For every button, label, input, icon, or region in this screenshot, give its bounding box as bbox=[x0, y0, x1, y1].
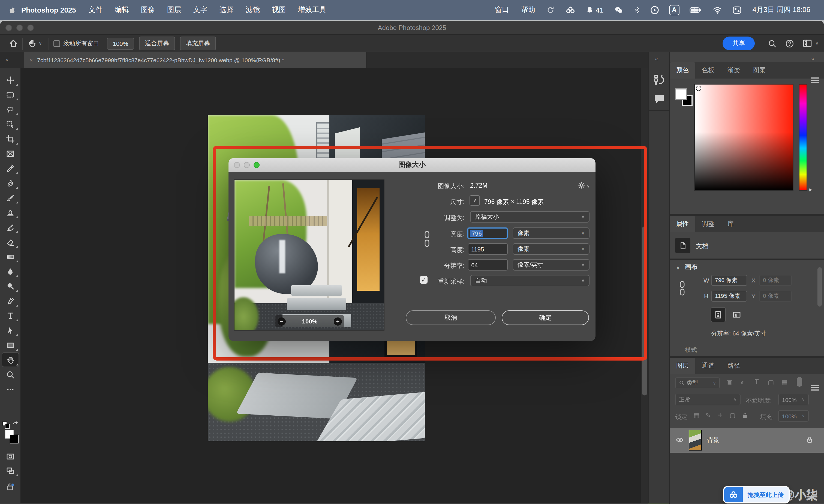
minimize-window-button[interactable] bbox=[16, 24, 23, 31]
zoom-100-button[interactable]: 100% bbox=[107, 37, 134, 49]
chevron-down-icon[interactable]: ∨ bbox=[815, 41, 819, 46]
lock-pixels-icon[interactable]: ✎ bbox=[706, 412, 711, 419]
clone-stamp-tool[interactable] bbox=[2, 206, 18, 219]
panel-menu-icon[interactable] bbox=[811, 78, 819, 83]
menu-image[interactable]: 图像 bbox=[135, 5, 161, 15]
canvas-section-chevron-icon[interactable]: ∨ bbox=[676, 265, 680, 271]
brush-tool[interactable] bbox=[2, 191, 18, 205]
netdisk-upload-badge[interactable]: 拖拽至此上传 bbox=[723, 486, 790, 503]
close-window-button[interactable] bbox=[5, 24, 12, 31]
window-title-bar[interactable]: Adobe Photoshop 2025 bbox=[0, 21, 824, 35]
dodge-tool[interactable] bbox=[2, 279, 18, 293]
type-tool[interactable] bbox=[2, 309, 18, 322]
scroll-all-windows-checkbox[interactable] bbox=[54, 40, 60, 46]
apple-logo-icon[interactable] bbox=[8, 5, 16, 14]
rectangular-marquee-tool[interactable] bbox=[2, 88, 18, 101]
swap-colors-icon[interactable] bbox=[12, 420, 19, 427]
canvas-x-field[interactable]: 0 像素 bbox=[759, 275, 792, 286]
tab-swatches[interactable]: 色板 bbox=[695, 62, 721, 79]
filter-adjustment-layer-icon[interactable]: ◐ bbox=[741, 379, 745, 386]
sync-icon[interactable] bbox=[546, 5, 555, 14]
collapse-panels-icon[interactable]: « bbox=[655, 56, 658, 62]
tab-adjustments[interactable]: 调整 bbox=[695, 216, 721, 232]
close-tab-icon[interactable]: × bbox=[29, 57, 33, 63]
share-image-icon[interactable] bbox=[2, 480, 18, 494]
input-source-icon[interactable]: A bbox=[669, 5, 680, 15]
menu-layer[interactable]: 图层 bbox=[161, 5, 187, 15]
tab-layers[interactable]: 图层 bbox=[670, 358, 695, 374]
hand-tool-options-icon[interactable] bbox=[27, 39, 36, 48]
qq-icon[interactable]: 41 bbox=[586, 5, 604, 14]
eraser-tool[interactable] bbox=[2, 235, 18, 249]
cancel-button[interactable]: 取消 bbox=[406, 310, 496, 325]
color-picker-cursor[interactable] bbox=[696, 86, 701, 91]
menu-plugins[interactable]: 增效工具 bbox=[292, 5, 332, 15]
image-preview[interactable]: − 100% + bbox=[234, 180, 385, 330]
width-input[interactable]: 796 bbox=[468, 227, 508, 239]
layer-visibility-eye-icon[interactable] bbox=[675, 436, 685, 444]
ok-button[interactable]: 确定 bbox=[502, 310, 589, 325]
hue-slider[interactable] bbox=[799, 84, 807, 191]
zoom-window-button[interactable] bbox=[27, 24, 34, 31]
panel-scrollbar-thumb[interactable] bbox=[817, 267, 822, 307]
control-center-icon[interactable] bbox=[732, 5, 742, 14]
zoom-out-button[interactable]: − bbox=[278, 317, 286, 325]
tab-gradients[interactable]: 渐变 bbox=[721, 62, 746, 79]
collapse-panels-icon[interactable]: » bbox=[811, 56, 814, 62]
chevron-down-icon[interactable]: ∨ bbox=[39, 41, 42, 46]
lasso-tool[interactable] bbox=[2, 103, 18, 116]
link-dimensions-icon[interactable] bbox=[679, 280, 686, 297]
path-selection-tool[interactable] bbox=[2, 323, 18, 337]
lock-artboard-icon[interactable]: ▢ bbox=[730, 412, 735, 419]
tab-patterns[interactable]: 图案 bbox=[746, 62, 772, 79]
hue-slider-arrow-icon[interactable]: ▶ bbox=[809, 188, 812, 192]
menu-file[interactable]: 文件 bbox=[83, 5, 109, 15]
lock-all-icon[interactable] bbox=[742, 412, 748, 419]
app-menu-title[interactable]: Photoshop 2025 bbox=[16, 6, 83, 14]
resolution-input[interactable]: 64 bbox=[468, 259, 508, 271]
layer-thumbnail[interactable] bbox=[689, 430, 702, 450]
filter-smart-object-icon[interactable]: ▤ bbox=[782, 379, 788, 386]
foreground-color-swatch[interactable] bbox=[675, 88, 687, 100]
object-selection-tool[interactable] bbox=[2, 117, 18, 131]
menu-filter[interactable]: 滤镜 bbox=[240, 5, 266, 15]
width-unit-select[interactable]: 像素∨ bbox=[513, 227, 590, 239]
resample-select[interactable]: 自动∨ bbox=[470, 275, 590, 286]
portrait-orientation-button[interactable] bbox=[711, 308, 725, 322]
rectangle-tool[interactable] bbox=[2, 338, 18, 352]
gear-icon[interactable] bbox=[578, 181, 586, 189]
crop-tool[interactable] bbox=[2, 132, 18, 145]
menu-edit[interactable]: 编辑 bbox=[109, 5, 135, 15]
zoom-in-button[interactable]: + bbox=[334, 317, 342, 325]
layer-name[interactable]: 背景 bbox=[707, 436, 719, 444]
spot-healing-brush-tool[interactable] bbox=[2, 176, 18, 190]
zoom-tool[interactable] bbox=[2, 368, 18, 381]
canvas-section-label[interactable]: 画布 bbox=[685, 263, 698, 271]
move-tool[interactable] bbox=[2, 73, 18, 87]
wechat-icon[interactable] bbox=[614, 5, 624, 14]
gradient-tool[interactable] bbox=[2, 250, 18, 264]
blur-tool[interactable] bbox=[2, 265, 18, 278]
workspace-icon[interactable] bbox=[803, 39, 812, 47]
blend-mode-select[interactable]: 正常∨ bbox=[675, 394, 741, 405]
menu-view[interactable]: 视图 bbox=[266, 5, 292, 15]
canvas-height-field[interactable]: 1195 像素 bbox=[711, 291, 747, 302]
quick-mask-icon[interactable] bbox=[2, 449, 18, 463]
background-color-swatch[interactable] bbox=[10, 435, 18, 443]
menu-window[interactable]: 窗口 bbox=[489, 5, 515, 15]
menu-type[interactable]: 文字 bbox=[187, 5, 213, 15]
menu-help[interactable]: 帮助 bbox=[515, 5, 541, 15]
share-button[interactable]: 共享 bbox=[723, 36, 755, 50]
filter-pixel-layer-icon[interactable]: ▣ bbox=[726, 379, 733, 386]
history-panel-icon[interactable] bbox=[653, 74, 665, 86]
default-colors-icon[interactable] bbox=[2, 421, 10, 429]
lock-position-icon[interactable]: ✛ bbox=[718, 412, 723, 419]
battery-charging-icon[interactable] bbox=[689, 5, 702, 14]
color-saturation-field[interactable] bbox=[694, 84, 794, 191]
bluetooth-icon[interactable] bbox=[634, 5, 640, 14]
wifi-icon[interactable] bbox=[712, 5, 723, 14]
filter-type-layer-icon[interactable]: T bbox=[755, 378, 759, 386]
menu-bar-clock[interactable]: 4月3日 周四 18:06 bbox=[746, 5, 816, 15]
filter-shape-layer-icon[interactable]: ▢ bbox=[768, 379, 774, 386]
canvas-width-field[interactable]: 796 像素 bbox=[711, 275, 747, 286]
